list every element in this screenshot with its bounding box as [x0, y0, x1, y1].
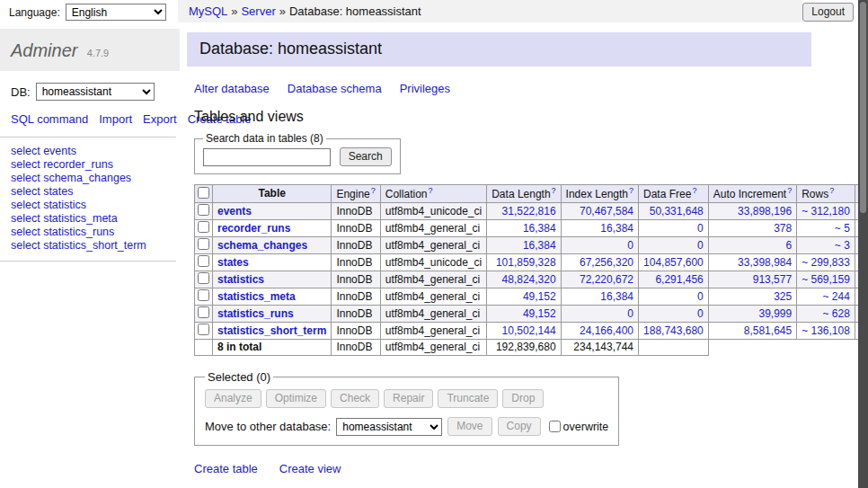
rows-link[interactable]: ~ 628	[823, 307, 850, 320]
rows-link[interactable]: ~ 244	[823, 290, 850, 303]
data-free-link[interactable]: 50,331,648	[650, 205, 704, 217]
breadcrumb-mysql-link[interactable]: MySQL	[189, 4, 227, 18]
row-checkbox[interactable]	[198, 221, 209, 233]
table-name-link[interactable]: statistics_meta	[217, 290, 296, 303]
rows-link[interactable]: ~ 299,833	[802, 256, 850, 269]
sidebar-table-link[interactable]: select statistics	[11, 199, 167, 212]
data-length-link[interactable]: 49,152	[523, 307, 556, 320]
data-length-link[interactable]: 10,502,144	[502, 324, 556, 337]
vertical-scrollbar[interactable]	[858, 0, 868, 488]
data-length-link[interactable]: 101,859,328	[496, 256, 556, 269]
search-button[interactable]: Search	[340, 147, 392, 166]
help-link[interactable]: ?	[428, 186, 432, 195]
table-name-link[interactable]: statistics_runs	[217, 307, 294, 320]
sidebar-table-link[interactable]: select statistics_meta	[11, 212, 167, 226]
analyze-button[interactable]: Analyze	[205, 389, 261, 408]
table-name-link[interactable]: states	[217, 256, 249, 269]
check-button[interactable]: Check	[331, 389, 379, 408]
row-checkbox[interactable]	[198, 289, 209, 301]
rows-link[interactable]: ~ 3	[835, 239, 850, 252]
help-link[interactable]: ?	[371, 186, 376, 195]
auto-increment-link[interactable]: 325	[774, 290, 792, 303]
table-name-link[interactable]: events	[217, 205, 252, 217]
sidebar-table-link[interactable]: select statistics_short_term	[11, 239, 167, 253]
auto-increment-link[interactable]: 6	[785, 239, 792, 252]
auto-increment-link[interactable]: 39,999	[758, 307, 792, 320]
move-db-select[interactable]: homeassistant	[336, 418, 442, 436]
db-select[interactable]: homeassistant	[36, 83, 155, 101]
data-length-link[interactable]: 16,384	[523, 222, 556, 235]
auto-increment-link[interactable]: 8,581,645	[744, 324, 792, 337]
data-free-link[interactable]: 0	[697, 290, 704, 303]
data-free-link[interactable]: 104,857,600	[643, 256, 704, 269]
rows-link[interactable]: ~ 5	[835, 222, 850, 235]
data-length-link[interactable]: 31,522,816	[502, 205, 556, 217]
help-link[interactable]: ?	[552, 186, 556, 195]
row-checkbox[interactable]	[198, 255, 209, 267]
logout-button[interactable]: Logout	[802, 3, 854, 22]
help-link[interactable]: ?	[629, 186, 633, 195]
table-name-link[interactable]: statistics	[217, 273, 264, 286]
data-length-link[interactable]: 16,384	[523, 239, 556, 252]
help-link[interactable]: ?	[787, 186, 792, 195]
index-length-link[interactable]: 24,166,400	[580, 324, 633, 337]
rows-link[interactable]: ~ 312,180	[802, 205, 850, 217]
table-name-link[interactable]: statistics_short_term	[217, 324, 326, 337]
db-action-link[interactable]: Privileges	[400, 82, 450, 95]
index-length-link[interactable]: 16,384	[600, 222, 633, 235]
help-link[interactable]: ?	[692, 186, 696, 195]
row-checkbox[interactable]	[198, 272, 209, 284]
data-free-link[interactable]: 0	[697, 239, 704, 252]
sidebar-table-link[interactable]: select statistics_runs	[11, 226, 167, 239]
sidebar-link[interactable]: SQL command	[11, 112, 88, 126]
create-link[interactable]: Create view	[279, 462, 341, 475]
auto-increment-link[interactable]: 33,898,196	[738, 205, 792, 217]
table-name-link[interactable]: schema_changes	[217, 239, 307, 252]
adminer-logo[interactable]: Adminer	[11, 40, 77, 60]
index-length-link[interactable]: 67,256,320	[580, 256, 633, 269]
data-length-link[interactable]: 48,824,320	[502, 273, 556, 286]
optimize-button[interactable]: Optimize	[266, 389, 326, 408]
data-length-link[interactable]: 49,152	[523, 290, 556, 303]
data-free-link[interactable]: 188,743,680	[643, 324, 704, 337]
index-length-link[interactable]: 0	[627, 307, 633, 320]
row-checkbox[interactable]	[198, 324, 209, 335]
sidebar-link[interactable]: Import	[99, 112, 132, 126]
index-length-link[interactable]: 72,220,672	[580, 273, 633, 286]
row-checkbox[interactable]	[198, 306, 209, 318]
rows-link[interactable]: ~ 569,159	[802, 273, 850, 286]
help-link[interactable]: ?	[829, 186, 834, 195]
table-name-link[interactable]: recorder_runs	[217, 222, 290, 235]
data-free-link[interactable]: 0	[697, 307, 704, 320]
sidebar-table-link[interactable]: select recorder_runs	[11, 158, 167, 172]
repair-button[interactable]: Repair	[384, 389, 433, 408]
auto-increment-link[interactable]: 33,398,984	[738, 256, 792, 269]
index-length-link[interactable]: 16,384	[600, 290, 633, 303]
search-input[interactable]	[203, 148, 331, 166]
data-free-link[interactable]: 6,291,456	[655, 273, 703, 286]
sidebar-table-link[interactable]: select events	[11, 145, 167, 158]
index-length-link[interactable]: 0	[627, 239, 633, 252]
row-checkbox[interactable]	[198, 238, 209, 250]
overwrite-checkbox[interactable]	[549, 421, 561, 432]
drop-button[interactable]: Drop	[502, 389, 544, 408]
create-link[interactable]: Create table	[194, 462, 258, 475]
db-action-link[interactable]: Database schema	[288, 82, 382, 95]
row-checkbox[interactable]	[198, 204, 209, 216]
sidebar-table-link[interactable]: select schema_changes	[11, 172, 167, 185]
sidebar-table-link[interactable]: select states	[11, 185, 167, 199]
auto-increment-link[interactable]: 913,577	[753, 273, 792, 286]
copy-button[interactable]: Copy	[498, 417, 541, 436]
rows-link[interactable]: ~ 136,108	[802, 324, 850, 337]
sidebar-link[interactable]: Export	[143, 112, 177, 126]
scrollbar-thumb[interactable]	[860, 2, 866, 213]
move-button[interactable]: Move	[447, 417, 492, 436]
data-free-link[interactable]: 0	[697, 222, 704, 235]
language-select[interactable]: English	[66, 4, 166, 21]
db-action-link[interactable]: Alter database	[194, 82, 270, 95]
breadcrumb-server-link[interactable]: Server	[241, 4, 275, 18]
truncate-button[interactable]: Truncate	[438, 389, 498, 408]
select-all-checkbox[interactable]	[198, 187, 209, 199]
auto-increment-link[interactable]: 378	[774, 222, 792, 235]
index-length-link[interactable]: 70,467,584	[580, 205, 633, 217]
